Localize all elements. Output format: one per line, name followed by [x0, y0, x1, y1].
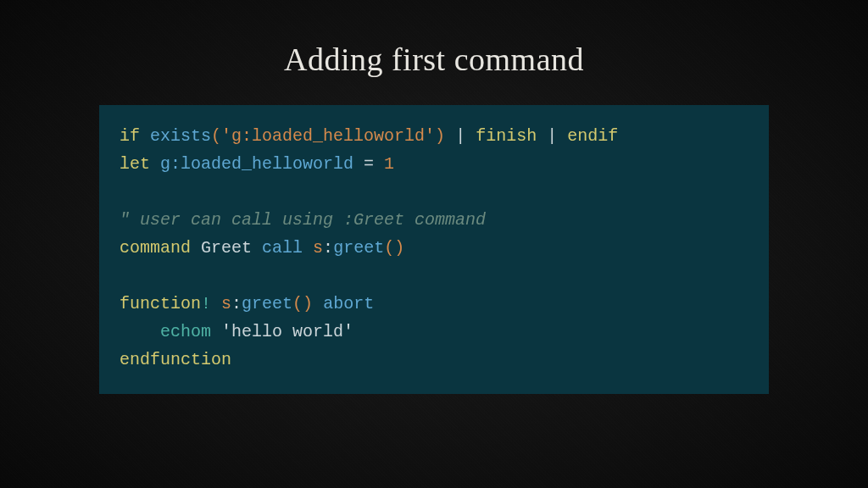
fn-exists: exists: [150, 126, 211, 146]
scope: s: [313, 238, 323, 258]
slide-title: Adding first command: [0, 0, 868, 78]
indent: [120, 322, 160, 341]
number: 1: [384, 154, 394, 174]
kw-echom: echom: [160, 322, 211, 341]
equals: =: [353, 154, 384, 174]
colon: :: [323, 238, 333, 258]
kw-abort: abort: [323, 294, 374, 313]
code-line-1: if exists('g:loaded_helloworld') | finis…: [120, 126, 618, 146]
pipe: |: [537, 126, 567, 146]
pipe: |: [445, 126, 476, 146]
kw-function: function: [120, 294, 201, 313]
kw-endfunction: endfunction: [120, 350, 231, 369]
colon: :: [231, 294, 242, 313]
code-line-9: endfunction: [120, 350, 231, 369]
kw-finish: finish: [476, 126, 537, 146]
bang: !: [201, 294, 211, 313]
kw-command: command: [120, 238, 191, 258]
fn-name: greet: [242, 294, 292, 313]
kw-let: let: [120, 154, 150, 174]
code-line-7: function! s:greet() abort: [120, 294, 374, 313]
code-line-4: " user can call using :Greet command: [120, 210, 486, 230]
variable: g:loaded_helloworld: [160, 154, 353, 174]
scope: s: [221, 294, 231, 313]
code-line-8: echom 'hello world': [120, 322, 353, 341]
command-name: Greet: [201, 238, 252, 258]
comment: " user can call using :Greet command: [120, 210, 486, 230]
parens: (): [292, 294, 313, 313]
kw-call: call: [262, 238, 303, 258]
string-literal: 'hello world': [221, 322, 353, 341]
parens: (): [384, 238, 404, 258]
string-literal: 'g:loaded_helloworld': [221, 126, 435, 146]
code-line-2: let g:loaded_helloworld = 1: [120, 154, 394, 174]
fn-name: greet: [333, 238, 384, 258]
code-block: if exists('g:loaded_helloworld') | finis…: [99, 105, 769, 394]
kw-endif: endif: [567, 126, 618, 146]
kw-if: if: [120, 126, 140, 146]
paren-open: (: [211, 126, 221, 146]
paren-close: ): [435, 126, 445, 146]
code-line-5: command Greet call s:greet(): [120, 238, 404, 258]
